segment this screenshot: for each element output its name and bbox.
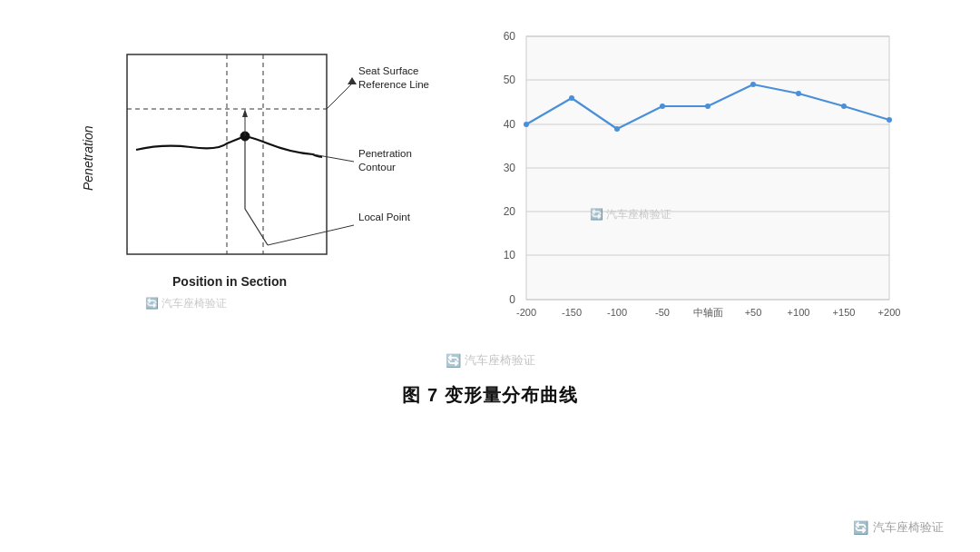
svg-text:-50: -50 xyxy=(655,307,670,318)
svg-point-46 xyxy=(569,95,574,101)
watermark-center-text: 汽车座椅验证 xyxy=(465,352,535,369)
svg-line-11 xyxy=(313,154,354,162)
watermark-bottom-right: 🔄 汽车座椅验证 xyxy=(853,519,944,536)
svg-point-52 xyxy=(841,104,847,109)
svg-line-4 xyxy=(327,82,354,109)
svg-text:Local Point: Local Point xyxy=(358,212,411,222)
svg-text:60: 60 xyxy=(504,30,516,43)
svg-text:-150: -150 xyxy=(562,307,582,318)
svg-point-47 xyxy=(614,126,620,132)
watermark-center: 🔄 汽车座椅验证 xyxy=(446,352,535,369)
main-content: Penetration Position in Section Seat Sur… xyxy=(0,0,980,345)
svg-text:50: 50 xyxy=(504,74,516,86)
svg-marker-5 xyxy=(348,77,357,84)
watermark-bottom-right-text: 汽车座椅验证 xyxy=(873,519,944,536)
svg-point-50 xyxy=(750,82,756,87)
svg-text:Contour: Contour xyxy=(358,162,396,172)
svg-text:0: 0 xyxy=(509,293,515,306)
svg-point-48 xyxy=(660,104,665,109)
svg-text:🔄 汽车座椅验证: 🔄 汽车座椅验证 xyxy=(145,296,227,310)
svg-text:+150: +150 xyxy=(833,307,856,318)
svg-line-12 xyxy=(268,225,354,245)
svg-text:中轴面: 中轴面 xyxy=(693,307,723,318)
right-chart: 0 10 20 30 40 50 60 -200 -150 -100 -50 中… xyxy=(490,27,907,336)
figure-title: 图 7 变形量分布曲线 xyxy=(402,383,577,408)
svg-text:-100: -100 xyxy=(607,307,627,318)
left-diagram: Penetration Position in Section Seat Sur… xyxy=(73,27,454,336)
svg-text:+50: +50 xyxy=(745,307,762,318)
svg-text:-200: -200 xyxy=(516,307,536,318)
svg-text:Reference Line: Reference Line xyxy=(358,79,429,90)
bottom-section: 🔄 汽车座椅验证 图 7 变形量分布曲线 xyxy=(0,352,980,408)
svg-text:30: 30 xyxy=(504,162,516,174)
svg-text:Seat Surface: Seat Surface xyxy=(358,65,418,76)
svg-text:+100: +100 xyxy=(788,307,810,318)
svg-text:🔄 汽车座椅验证: 🔄 汽车座椅验证 xyxy=(590,207,671,221)
svg-text:40: 40 xyxy=(504,118,516,131)
svg-text:20: 20 xyxy=(504,205,516,218)
svg-point-49 xyxy=(705,104,710,109)
svg-point-45 xyxy=(524,122,529,127)
svg-text:10: 10 xyxy=(504,249,516,261)
svg-text:Penetration: Penetration xyxy=(81,125,95,191)
svg-point-51 xyxy=(796,91,801,96)
svg-marker-10 xyxy=(242,109,248,117)
svg-text:Penetration: Penetration xyxy=(358,148,412,159)
svg-point-53 xyxy=(887,117,892,123)
svg-text:+200: +200 xyxy=(878,307,901,318)
page-wrapper: Penetration Position in Section Seat Sur… xyxy=(0,0,980,552)
svg-line-7 xyxy=(245,209,268,245)
svg-text:Position in Section: Position in Section xyxy=(172,274,287,289)
